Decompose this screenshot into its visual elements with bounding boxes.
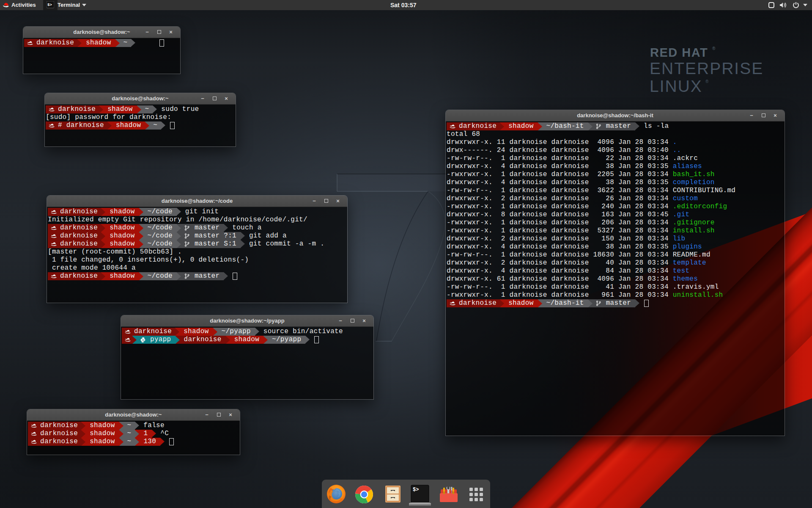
svg-text:$>: $> (413, 487, 419, 493)
svg-text:LINUX: LINUX (650, 77, 702, 95)
svg-text:ENTERPRISE: ENTERPRISE (650, 59, 763, 77)
svg-text:®: ® (705, 79, 709, 84)
svg-text:$>: $> (47, 3, 52, 7)
svg-text:RED HAT: RED HAT (650, 46, 708, 59)
svg-text:®: ® (712, 46, 716, 51)
